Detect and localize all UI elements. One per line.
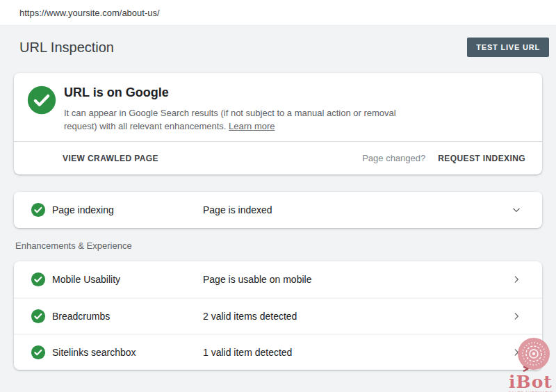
main-content: URL is on Google It can appear in Google…: [0, 73, 556, 370]
sitelinks-searchbox-row[interactable]: Sitelinks searchbox 1 valid item detecte…: [14, 334, 542, 370]
check-circle-icon: [31, 272, 46, 287]
page-indexing-status: Page is indexed: [203, 204, 512, 215]
page-title: URL Inspection: [19, 40, 114, 56]
page-indexing-row[interactable]: Page indexing Page is indexed: [14, 192, 542, 228]
breadcrumbs-row[interactable]: Breadcrumbs 2 valid items detected: [14, 297, 542, 334]
url-status-card-top: URL is on Google It can appear in Google…: [14, 73, 542, 141]
page-indexing-label: Page indexing: [52, 204, 203, 215]
breadcrumbs-status: 2 valid items detected: [203, 311, 512, 322]
status-description: It can appear in Google Search results (…: [64, 106, 408, 133]
mobile-usability-status: Page is usable on mobile: [203, 274, 512, 285]
status-title: URL is on Google: [64, 85, 408, 100]
view-crawled-page-button[interactable]: VIEW CRAWLED PAGE: [63, 154, 158, 163]
check-circle-icon: [31, 309, 46, 324]
status-card-footer-right: Page changed? REQUEST INDEXING: [362, 153, 525, 163]
enhancements-card: Mobile Usability Page is usable on mobil…: [14, 261, 542, 370]
status-card-footer: VIEW CRAWLED PAGE Page changed? REQUEST …: [14, 141, 542, 174]
enhancements-section-header: Enhancements & Experience: [15, 240, 542, 251]
mobile-usability-row[interactable]: Mobile Usability Page is usable on mobil…: [14, 261, 542, 297]
chevron-right-icon[interactable]: [512, 348, 521, 357]
chevron-right-icon[interactable]: [512, 311, 521, 321]
page-changed-label: Page changed?: [362, 153, 425, 163]
sitelinks-searchbox-label: Sitelinks searchbox: [52, 347, 203, 358]
url-inspection-search-bar[interactable]: https://www.yoursite.com/about-us/: [0, 0, 556, 26]
url-status-card: URL is on Google It can appear in Google…: [14, 73, 542, 174]
mobile-usability-label: Mobile Usability: [52, 274, 203, 285]
page-header: URL Inspection TEST LIVE URL: [0, 26, 556, 57]
inspected-url[interactable]: https://www.yoursite.com/about-us/: [19, 8, 160, 18]
sitelinks-searchbox-status: 1 valid item detected: [203, 347, 512, 358]
request-indexing-button[interactable]: REQUEST INDEXING: [438, 154, 525, 163]
check-circle-icon: [26, 85, 57, 115]
test-live-url-button[interactable]: TEST LIVE URL: [467, 38, 549, 57]
page-indexing-card: Page indexing Page is indexed: [14, 192, 542, 228]
breadcrumbs-label: Breadcrumbs: [52, 311, 203, 322]
learn-more-link[interactable]: Learn more: [229, 121, 275, 131]
check-circle-icon: [31, 202, 46, 218]
status-card-text: URL is on Google It can appear in Google…: [64, 83, 408, 133]
check-circle-icon: [31, 345, 46, 360]
chevron-right-icon[interactable]: [512, 275, 521, 284]
chevron-down-icon[interactable]: [512, 205, 521, 215]
ibot-watermark-name: iBot: [505, 375, 556, 389]
